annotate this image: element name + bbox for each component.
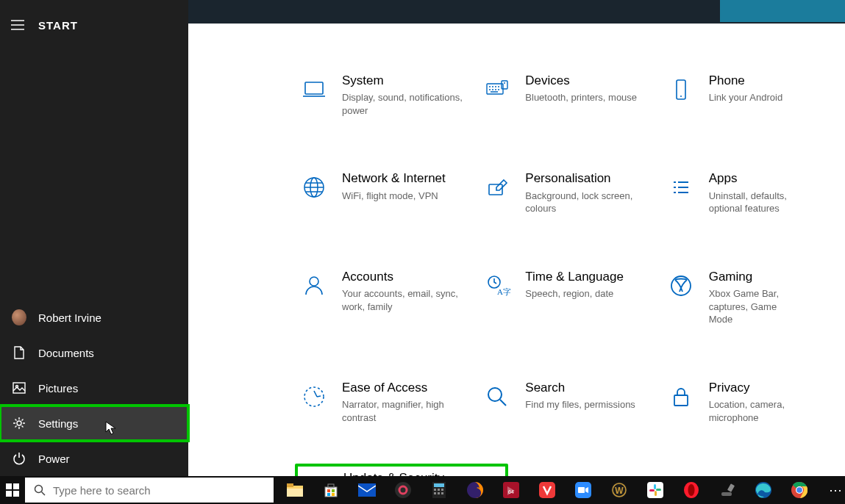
start-item-label: Settings (38, 417, 78, 430)
start-menu-title: START (38, 19, 78, 32)
slack-icon[interactable] (646, 480, 665, 500)
tile-devices[interactable]: DevicesBluetooth, printers, mouse (478, 68, 661, 134)
taskbar: 64 W ⋯ (0, 476, 845, 504)
svg-rect-30 (332, 489, 335, 492)
phone-icon (665, 73, 697, 106)
tile-desc: Background, lock screen, colours (525, 190, 652, 215)
keyboard-icon (481, 73, 513, 106)
tile-title: Privacy (709, 381, 790, 395)
warcraft-icon[interactable]: W (610, 480, 629, 500)
search-icon (481, 381, 513, 413)
calculator-icon[interactable] (429, 480, 449, 500)
svg-rect-40 (441, 489, 443, 491)
svg-rect-39 (438, 489, 440, 491)
svg-rect-31 (327, 493, 330, 496)
chrome-icon[interactable] (790, 480, 809, 500)
tile-title: Ease of Access (342, 381, 469, 395)
tile-desc: Speech, region, date (525, 287, 652, 300)
tile-title: Search (525, 381, 652, 395)
tile-system[interactable]: SystemDisplay, sound, notifications, pow… (295, 68, 478, 134)
tile-search[interactable]: SearchFind my files, permissions (478, 375, 661, 442)
tile-time-language[interactable]: A字 Time & LanguageSpeech, region, date (478, 264, 661, 344)
start-menu: START Robert Irvine Documents Pictures S… (0, 0, 188, 476)
svg-rect-0 (305, 82, 323, 94)
vivaldi-icon[interactable] (538, 480, 557, 500)
svg-rect-21 (6, 491, 12, 497)
search-input[interactable] (53, 484, 265, 497)
globe-icon (298, 171, 330, 204)
svg-rect-1 (487, 84, 503, 94)
svg-point-65 (796, 487, 802, 493)
svg-point-59 (688, 484, 695, 496)
tile-desc: Location, camera, microphone (709, 398, 790, 424)
tile-desc: Narrator, magnifier, high contrast (342, 398, 469, 424)
svg-rect-20 (13, 483, 19, 489)
microsoft-store-icon[interactable] (321, 480, 341, 500)
document-icon (12, 345, 26, 360)
firefox-icon[interactable] (466, 480, 485, 500)
settings-window: SystemDisplay, sound, notifications, pow… (188, 24, 845, 476)
svg-rect-33 (358, 483, 376, 497)
tile-update-security[interactable]: Update & SecurityWindows Update, recover… (295, 464, 508, 476)
taskbar-search[interactable] (25, 478, 274, 503)
ease-of-access-icon (298, 381, 330, 413)
tile-title: Devices (525, 73, 652, 88)
tile-title: Accounts (342, 270, 469, 284)
svg-rect-56 (655, 491, 657, 496)
tile-title: Network & Internet (342, 171, 469, 186)
svg-point-9 (310, 277, 318, 286)
svg-rect-29 (327, 489, 330, 492)
tile-gaming[interactable]: GamingXbox Game Bar, captures, Game Mode (662, 264, 845, 344)
svg-rect-61 (727, 483, 735, 492)
start-button[interactable] (0, 476, 25, 504)
tile-desc: Link your Android (709, 91, 790, 104)
tile-accounts[interactable]: AccountsYour accounts, email, sync, work… (295, 264, 478, 344)
svg-point-18 (17, 421, 21, 425)
tile-phone[interactable]: PhoneLink your Android (662, 68, 845, 134)
svg-text:W: W (615, 486, 624, 496)
start-item-pictures[interactable]: Pictures (0, 370, 188, 406)
mail-icon[interactable] (357, 480, 377, 500)
tile-title: Gaming (709, 270, 790, 284)
start-user-account[interactable]: Robert Irvine (0, 300, 188, 335)
hamburger-icon[interactable] (7, 15, 28, 35)
browser-icon[interactable] (393, 480, 413, 500)
overflow-icon[interactable]: ⋯ (826, 480, 845, 500)
start-item-power[interactable]: Power (0, 441, 188, 476)
zoom-icon[interactable] (574, 480, 593, 500)
svg-rect-60 (721, 492, 732, 496)
svg-point-14 (488, 388, 502, 401)
svg-text:A字: A字 (497, 287, 510, 296)
svg-rect-22 (13, 491, 19, 497)
opera-icon[interactable] (682, 480, 701, 500)
image-icon (12, 381, 26, 395)
svg-rect-42 (438, 492, 440, 494)
svg-rect-19 (6, 483, 12, 489)
tool-icon[interactable] (718, 480, 737, 500)
tile-network[interactable]: Network & InternetWiFi, flight mode, VPN (295, 165, 478, 232)
svg-point-13 (304, 387, 324, 406)
svg-rect-25 (287, 483, 293, 487)
svg-rect-43 (441, 492, 443, 494)
tile-privacy[interactable]: PrivacyLocation, camera, microphone (662, 375, 845, 442)
tile-ease-of-access[interactable]: Ease of AccessNarrator, magnifier, high … (295, 375, 478, 442)
svg-rect-16 (13, 383, 25, 393)
file-explorer-icon[interactable] (285, 480, 304, 500)
tile-desc: Display, sound, notifications, power (342, 91, 469, 117)
start-item-settings[interactable]: Settings (0, 406, 188, 441)
start-item-label: Documents (38, 347, 94, 359)
tile-personalisation[interactable]: PersonalisationBackground, lock screen, … (478, 165, 661, 232)
start-item-documents[interactable]: Documents (0, 335, 188, 370)
tile-desc: Uninstall, defaults, optional features (709, 190, 790, 215)
tile-apps[interactable]: AppsUninstall, defaults, optional featur… (662, 165, 845, 232)
title-bar-accent (720, 0, 845, 22)
svg-rect-41 (434, 492, 436, 494)
start-item-label: Power (38, 453, 70, 465)
svg-rect-32 (332, 493, 335, 496)
svg-rect-57 (649, 489, 655, 492)
tile-desc: Find my files, permissions (525, 398, 652, 411)
app-red-icon[interactable]: 64 (502, 480, 521, 500)
svg-rect-38 (434, 489, 436, 491)
edge-icon[interactable] (754, 480, 773, 500)
tile-desc: Your accounts, email, sync, work, family (342, 287, 469, 313)
